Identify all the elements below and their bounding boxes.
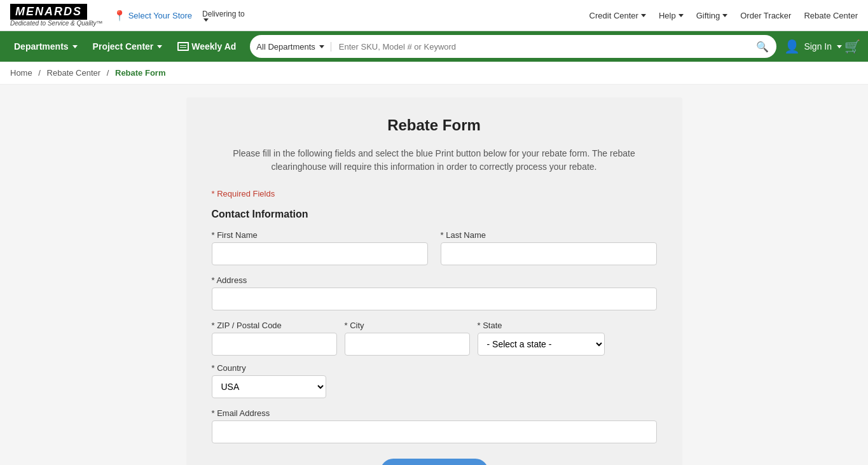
first-name-label: * First Name	[212, 230, 428, 240]
top-bar-left: MENARDS Dedicated to Service & Quality™ …	[10, 4, 245, 27]
top-bar-right: Credit Center Help Gifting Order Tracker…	[589, 11, 858, 20]
breadcrumb-sep-1: /	[38, 68, 41, 78]
country-group: * Country USA	[212, 363, 326, 398]
delivering-to-label: Delivering to	[202, 10, 245, 18]
logo: MENARDS	[10, 4, 87, 20]
email-input[interactable]	[212, 420, 657, 443]
search-input[interactable]	[331, 42, 749, 52]
logo-subtitle: Dedicated to Service & Quality™	[10, 20, 103, 27]
cart-icon[interactable]: 🛒	[844, 39, 860, 54]
project-center-chevron	[157, 45, 162, 48]
store-selector[interactable]: 📍 Select Your Store	[113, 10, 192, 22]
sign-in-area[interactable]: 👤 Sign In	[784, 39, 842, 54]
gifting-chevron	[722, 14, 727, 17]
project-center-nav[interactable]: Project Center	[86, 31, 169, 62]
email-label: * Email Address	[212, 408, 657, 418]
print-btn-row: PRINT	[212, 459, 657, 465]
country-label: * Country	[212, 363, 326, 373]
top-bar: MENARDS Dedicated to Service & Quality™ …	[0, 0, 868, 31]
departments-nav[interactable]: Departments	[8, 31, 84, 62]
first-name-input[interactable]	[212, 242, 428, 265]
city-label: * City	[345, 321, 470, 330]
form-title: Rebate Form	[212, 116, 657, 134]
first-name-group: * First Name	[212, 230, 428, 265]
weekly-ad-nav[interactable]: Weekly Ad	[171, 31, 242, 62]
breadcrumb-current: Rebate Form	[115, 68, 165, 78]
help-chevron	[679, 14, 684, 17]
contact-section-title: Contact Information	[212, 209, 657, 220]
departments-chevron	[72, 45, 78, 48]
print-button[interactable]: PRINT	[380, 459, 488, 465]
store-selector-label: Select Your Store	[128, 11, 192, 20]
search-bar: All Departments 🔍	[250, 35, 776, 58]
sign-in-chevron	[837, 45, 842, 48]
rebate-center-link[interactable]: Rebate Center	[804, 11, 858, 20]
required-note: * Required Fields	[212, 189, 657, 198]
weekly-ad-icon	[177, 42, 189, 51]
state-group: * State - Select a state -	[478, 321, 605, 356]
last-name-input[interactable]	[441, 242, 657, 265]
last-name-group: * Last Name	[441, 230, 657, 265]
email-group: * Email Address	[212, 408, 657, 443]
breadcrumb-home[interactable]: Home	[10, 68, 32, 78]
email-row: * Email Address	[212, 408, 657, 443]
search-button[interactable]: 🔍	[748, 41, 776, 53]
credit-center-link[interactable]: Credit Center	[589, 11, 646, 20]
search-dept-selector[interactable]: All Departments	[250, 42, 331, 52]
address-label: * Address	[212, 275, 657, 285]
zip-input[interactable]	[212, 333, 337, 356]
order-tracker-link[interactable]: Order Tracker	[740, 11, 791, 20]
location-row: * ZIP / Postal Code * City * State - Sel…	[212, 321, 657, 398]
address-row: * Address	[212, 275, 657, 310]
gifting-link[interactable]: Gifting	[696, 11, 728, 20]
country-select[interactable]: USA	[212, 375, 326, 398]
search-dept-chevron	[319, 45, 324, 48]
address-input[interactable]	[212, 288, 657, 310]
state-select[interactable]: - Select a state -	[478, 333, 605, 356]
state-label: * State	[478, 321, 605, 330]
main-content: Rebate Form Please fill in the following…	[186, 97, 682, 465]
nav-bar: Departments Project Center Weekly Ad All…	[0, 31, 868, 62]
breadcrumb: Home / Rebate Center / Rebate Form	[0, 62, 868, 85]
zip-label: * ZIP / Postal Code	[212, 321, 337, 330]
breadcrumb-sep-2: /	[107, 68, 109, 78]
name-row: * First Name * Last Name	[212, 230, 657, 265]
city-input[interactable]	[345, 333, 470, 356]
logo-block: MENARDS Dedicated to Service & Quality™	[10, 4, 103, 27]
address-group: * Address	[212, 275, 657, 310]
user-icon: 👤	[784, 39, 800, 54]
breadcrumb-rebate-center[interactable]: Rebate Center	[47, 68, 101, 78]
zip-group: * ZIP / Postal Code	[212, 321, 337, 356]
delivering-to: Delivering to	[202, 10, 245, 22]
delivering-to-chevron	[203, 18, 209, 22]
help-link[interactable]: Help	[659, 11, 684, 20]
form-description: Please fill in the following fields and …	[212, 147, 657, 174]
credit-center-chevron	[641, 14, 646, 17]
last-name-label: * Last Name	[441, 230, 657, 240]
location-icon: 📍	[113, 10, 126, 22]
city-group: * City	[345, 321, 470, 356]
